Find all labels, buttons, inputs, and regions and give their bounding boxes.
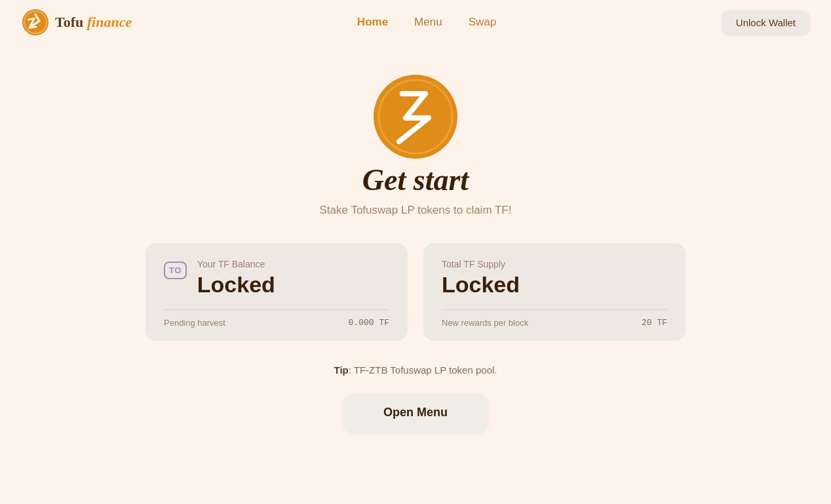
token-badge: TO [164, 262, 187, 279]
nav-links: Home Menu Swap [132, 16, 722, 29]
cards-row: TO Your TF Balance Locked Pending harves… [0, 243, 831, 341]
navbar: Z Tofu finance Home Menu Swap Unlock Wal… [0, 0, 831, 45]
hero-logo-icon [370, 71, 461, 163]
pending-harvest-value: 0.000 TF [349, 318, 389, 328]
tf-balance-card: TO Your TF Balance Locked Pending harves… [145, 243, 408, 341]
logo-text: Tofu finance [55, 14, 132, 31]
card-footer-2: New rewards per block 20 TF [442, 309, 667, 328]
rewards-per-block-value: 20 TF [642, 318, 667, 328]
logo[interactable]: Z Tofu finance [21, 8, 132, 37]
nav-menu[interactable]: Menu [414, 16, 442, 29]
hero-section: Get start Stake Tofuswap LP tokens to cl… [0, 71, 831, 431]
tip-prefix: Tip [334, 364, 348, 376]
open-menu-button[interactable]: Open Menu [344, 394, 487, 431]
tip-body: : TF-ZTB Tofuswap LP token pool. [349, 364, 497, 376]
nav-swap[interactable]: Swap [469, 16, 497, 29]
hero-subtitle: Stake Tofuswap LP tokens to claim TF! [320, 204, 512, 217]
rewards-per-block-label: New rewards per block [442, 318, 528, 328]
hero-title: Get start [362, 163, 469, 197]
card-header-1: TO Your TF Balance Locked [164, 259, 389, 298]
nav-home[interactable]: Home [357, 16, 388, 29]
card-content-2: Total TF Supply Locked [442, 259, 520, 298]
card-content-1: Your TF Balance Locked [197, 259, 275, 298]
card-label-1: Your TF Balance [197, 259, 275, 269]
unlock-wallet-button[interactable]: Unlock Wallet [722, 10, 810, 35]
card-header-2: Total TF Supply Locked [442, 259, 667, 298]
pending-harvest-label: Pending harvest [164, 318, 225, 328]
card-label-2: Total TF Supply [442, 259, 520, 269]
card-value-1: Locked [197, 272, 275, 298]
card-value-2: Locked [442, 272, 520, 298]
card-footer-1: Pending harvest 0.000 TF [164, 309, 389, 328]
logo-icon: Z [21, 8, 50, 37]
total-supply-card: Total TF Supply Locked New rewards per b… [423, 243, 686, 341]
tip-text: Tip: TF-ZTB Tofuswap LP token pool. [334, 364, 497, 376]
